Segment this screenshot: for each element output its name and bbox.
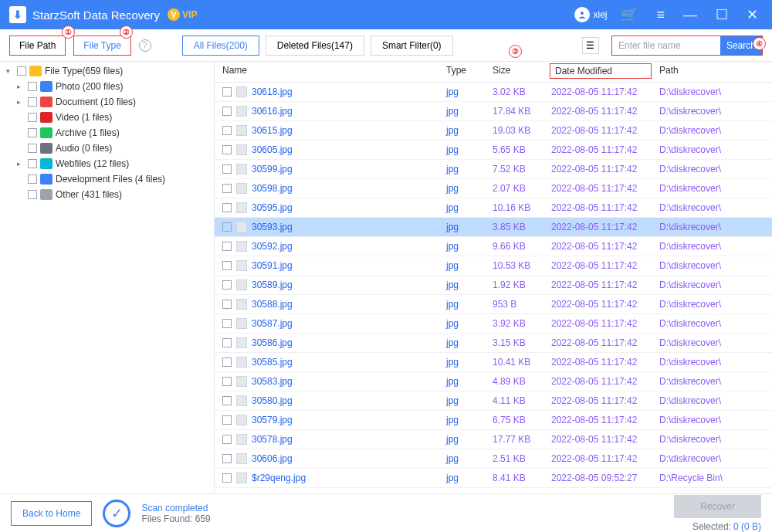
- checkbox[interactable]: [28, 82, 37, 91]
- tree-root[interactable]: ▾ File Type(659 files): [0, 63, 214, 79]
- table-row[interactable]: 30589.jpg jpg 1.92 KB 2022-08-05 11:17:4…: [215, 276, 772, 295]
- category-icon: [40, 97, 52, 107]
- checkbox[interactable]: [222, 280, 232, 290]
- checkbox[interactable]: [222, 261, 232, 270]
- col-size[interactable]: Size: [493, 65, 550, 79]
- file-path: D:\diskrecover\: [652, 106, 772, 117]
- file-type-tab[interactable]: File Type: [73, 36, 130, 56]
- category-icon: [40, 143, 52, 154]
- cart-icon[interactable]: 🛒: [616, 6, 642, 23]
- checkbox[interactable]: [28, 113, 37, 122]
- checkbox[interactable]: [28, 97, 37, 107]
- user-account[interactable]: xiej: [574, 7, 607, 22]
- checkbox[interactable]: [222, 396, 232, 405]
- search-input[interactable]: [612, 36, 720, 55]
- checkbox[interactable]: [222, 184, 232, 193]
- checkbox[interactable]: [28, 159, 37, 168]
- file-type: jpg: [446, 299, 493, 310]
- table-row[interactable]: 30586.jpg jpg 3.15 KB 2022-08-05 11:17:4…: [215, 334, 772, 353]
- checkbox[interactable]: [28, 175, 37, 184]
- checkbox[interactable]: [222, 242, 232, 251]
- table-row[interactable]: 30580.jpg jpg 4.11 KB 2022-08-05 11:17:4…: [215, 391, 772, 411]
- checkbox[interactable]: [28, 190, 37, 199]
- file-path-tab[interactable]: File Path: [9, 36, 66, 56]
- file-path: D:\diskrecover\: [652, 453, 772, 464]
- file-path: D:\diskrecover\: [652, 222, 772, 232]
- table-row[interactable]: 30618.jpg jpg 3.02 KB 2022-08-05 11:17:4…: [215, 83, 772, 102]
- col-name[interactable]: Name: [215, 65, 446, 79]
- table-row[interactable]: 30593.jpg jpg 3.85 KB 2022-08-05 11:17:4…: [215, 218, 772, 237]
- smart-filter[interactable]: Smart Filter(0): [371, 36, 453, 56]
- checkbox[interactable]: [222, 377, 232, 386]
- checkbox[interactable]: [222, 222, 232, 232]
- checkbox[interactable]: [28, 128, 37, 137]
- tree-item-label: Webfiles (12 files): [56, 158, 211, 169]
- table-row[interactable]: 30583.jpg jpg 4.89 KB 2022-08-05 11:17:4…: [215, 372, 772, 391]
- help-icon[interactable]: ?: [139, 39, 151, 52]
- tree-item[interactable]: Other (431 files): [0, 187, 214, 202]
- tree-item[interactable]: Audio (0 files): [0, 141, 214, 156]
- col-path[interactable]: Path: [652, 65, 772, 79]
- file-size: 8.41 KB: [493, 473, 550, 483]
- tree-item[interactable]: Development Files (4 files): [0, 171, 214, 187]
- table-row[interactable]: 30592.jpg jpg 9.66 KB 2022-08-05 11:17:4…: [215, 237, 772, 256]
- tree-item[interactable]: Video (1 files): [0, 110, 214, 125]
- tree-item[interactable]: ▸ Document (10 files): [0, 94, 214, 110]
- deleted-files-filter[interactable]: Deleted Files(147): [266, 36, 364, 56]
- file-path: D:\diskrecover\: [652, 202, 772, 213]
- table-row[interactable]: 30591.jpg jpg 10.53 KB 2022-08-05 11:17:…: [215, 256, 772, 276]
- list-view-icon[interactable]: ☰: [582, 37, 599, 54]
- checkbox[interactable]: [222, 415, 232, 425]
- table-row[interactable]: $r29qeng.jpg jpg 8.41 KB 2022-08-05 09:5…: [215, 469, 772, 488]
- tree-item[interactable]: ▸ Photo (200 files): [0, 79, 214, 94]
- checkbox[interactable]: [222, 107, 232, 116]
- table-row[interactable]: 30585.jpg jpg 10.41 KB 2022-08-05 11:17:…: [215, 353, 772, 372]
- checkbox[interactable]: [222, 454, 232, 463]
- toolbar: ① File Path ② File Type ? All Files(200)…: [0, 29, 772, 62]
- table-row[interactable]: 30579.jpg jpg 6.75 KB 2022-08-05 11:17:4…: [215, 411, 772, 430]
- file-path: D:\diskrecover\: [652, 280, 772, 290]
- vip-badge[interactable]: VVIP: [168, 8, 197, 21]
- table-row[interactable]: 30598.jpg jpg 2.07 KB 2022-08-05 11:17:4…: [215, 179, 772, 198]
- table-row[interactable]: 30615.jpg jpg 19.03 KB 2022-08-05 11:17:…: [215, 121, 772, 141]
- close-button[interactable]: ✕: [742, 6, 763, 23]
- file-icon: [236, 376, 247, 387]
- checkbox[interactable]: [222, 164, 232, 174]
- checkbox[interactable]: [222, 338, 232, 347]
- file-icon: [236, 337, 247, 348]
- table-row[interactable]: 30587.jpg jpg 3.92 KB 2022-08-05 11:17:4…: [215, 314, 772, 334]
- table-row[interactable]: 30616.jpg jpg 17.84 KB 2022-08-05 11:17:…: [215, 102, 772, 121]
- table-row[interactable]: 30606.jpg jpg 2.51 KB 2022-08-05 11:17:4…: [215, 449, 772, 469]
- table-row[interactable]: 30605.jpg jpg 5.65 KB 2022-08-05 11:17:4…: [215, 141, 772, 160]
- file-size: 4.89 KB: [493, 376, 550, 387]
- file-path: D:\diskrecover\: [652, 299, 772, 310]
- file-icon: [236, 395, 247, 406]
- checkbox[interactable]: [17, 66, 26, 76]
- table-row[interactable]: 30599.jpg jpg 7.52 KB 2022-08-05 11:17:4…: [215, 160, 772, 179]
- recover-button[interactable]: Recover: [674, 495, 761, 518]
- checkbox[interactable]: [222, 145, 232, 154]
- checkbox[interactable]: [222, 319, 232, 328]
- back-to-home-button[interactable]: Back to Home: [11, 501, 92, 526]
- menu-icon[interactable]: ≡: [652, 7, 669, 23]
- file-type: jpg: [446, 453, 493, 464]
- checkbox[interactable]: [222, 300, 232, 309]
- maximize-button[interactable]: ☐: [711, 6, 733, 23]
- col-type[interactable]: Type: [446, 65, 493, 79]
- checkbox[interactable]: [222, 87, 232, 97]
- checkbox[interactable]: [222, 126, 232, 135]
- all-files-filter[interactable]: All Files(200): [182, 36, 259, 56]
- table-row[interactable]: 30595.jpg jpg 10.16 KB 2022-08-05 11:17:…: [215, 198, 772, 218]
- checkbox[interactable]: [222, 435, 232, 444]
- tree-item[interactable]: ▸ Webfiles (12 files): [0, 156, 214, 171]
- table-row[interactable]: 30578.jpg jpg 17.77 KB 2022-08-05 11:17:…: [215, 430, 772, 449]
- checkbox[interactable]: [222, 473, 232, 483]
- checkbox[interactable]: [222, 203, 232, 212]
- col-date-modified[interactable]: Date Modified: [550, 63, 652, 79]
- checkbox[interactable]: [222, 357, 232, 367]
- tree-item[interactable]: Archive (1 files): [0, 125, 214, 141]
- table-row[interactable]: 30588.jpg jpg 953 B 2022-08-05 11:17:42 …: [215, 295, 772, 314]
- checkbox[interactable]: [28, 144, 37, 153]
- minimize-button[interactable]: —: [679, 7, 702, 23]
- category-icon: [40, 112, 52, 123]
